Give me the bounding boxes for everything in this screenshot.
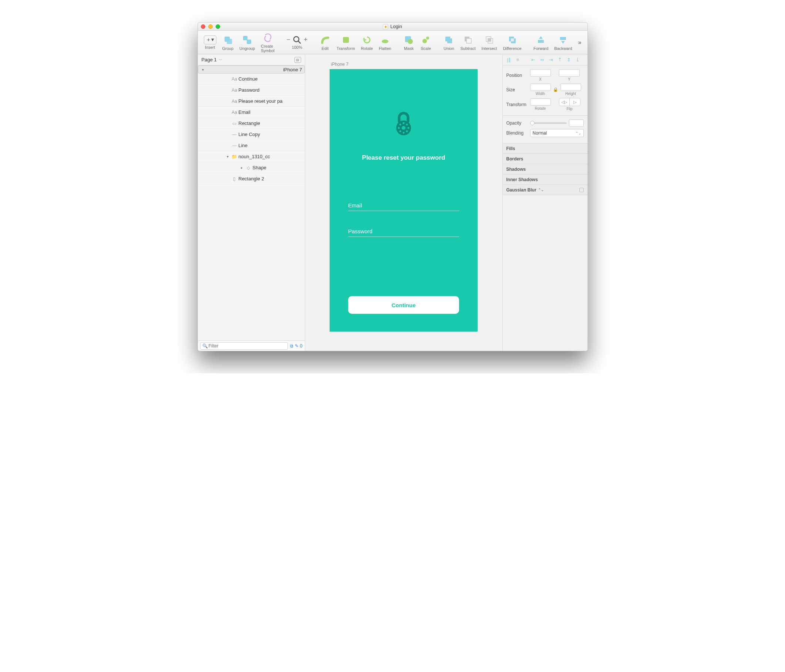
layer-label: Rectangle 2	[239, 176, 264, 181]
disclosure-icon[interactable]: ▾	[200, 68, 206, 72]
continue-button: Continue	[348, 296, 459, 314]
create-symbol-button[interactable]: Create Symbol	[259, 32, 277, 53]
artboard-title[interactable]: iPhone 7	[331, 62, 488, 67]
scale-button[interactable]: Scale	[418, 34, 433, 51]
blending-select[interactable]: Normal⌃⌄	[530, 129, 584, 137]
zoom-control[interactable]: − + 100%	[284, 36, 310, 50]
disclosure-icon[interactable]: ▾	[225, 154, 230, 159]
subtract-button[interactable]: Subtract	[458, 34, 478, 51]
width-label: Width	[530, 92, 551, 96]
svg-point-25	[403, 122, 405, 124]
forward-button[interactable]: Forward	[531, 34, 550, 51]
inspector-panel: |‖ ≡ ⇤ ⇔ ⇥ ⤒ ⇕ ⤓ Position X Y Size	[502, 55, 588, 351]
flatten-button[interactable]: Flatten	[377, 34, 394, 51]
toolbar-label: Insert	[205, 45, 215, 50]
toolbar-overflow-button[interactable]: »	[576, 39, 584, 46]
svg-rect-22	[560, 37, 566, 40]
lock-icon	[330, 112, 478, 136]
pages-selector[interactable]: Page 1 ﹀ ▤	[198, 55, 305, 65]
svg-point-30	[406, 124, 408, 126]
opacity-input[interactable]	[569, 119, 584, 127]
zoom-in-icon[interactable]: +	[304, 36, 308, 44]
toolbar-label: Transform	[337, 46, 355, 51]
canvas[interactable]: iPhone 7 Please reset your password Emai…	[305, 55, 502, 351]
rotate-input[interactable]	[530, 98, 551, 106]
filter-input[interactable]	[200, 342, 288, 350]
flip-buttons[interactable]: ◁▷▷	[559, 98, 580, 106]
svg-point-31	[400, 131, 401, 133]
rotate-label: Rotate	[530, 106, 551, 111]
layer-row[interactable]: AaEmail	[198, 107, 305, 118]
height-input[interactable]	[560, 84, 581, 91]
align-vcenter-icon[interactable]: ⇕	[566, 56, 572, 63]
layer-row[interactable]: AaPassword	[198, 85, 305, 96]
layer-row[interactable]: —Line	[198, 140, 305, 151]
align-right-icon[interactable]: ⇥	[548, 56, 555, 63]
opacity-slider[interactable]	[530, 122, 567, 124]
shape-layer-icon: ▭	[230, 121, 239, 126]
layer-row[interactable]: —Line Copy	[198, 129, 305, 140]
geometry-section: Position X Y Size Width 🔒 Height Transfo…	[503, 65, 588, 116]
filter-badges[interactable]: ⧉ ✎ 0	[290, 343, 303, 349]
text-layer-icon: Aa	[230, 87, 239, 93]
edit-button[interactable]: Edit	[317, 34, 333, 51]
layer-row[interactable]: ▯Rectangle 2	[198, 173, 305, 184]
zoom-out-icon[interactable]: −	[286, 36, 291, 44]
align-center-h-icon[interactable]: ≡	[514, 56, 521, 63]
position-y-input[interactable]	[559, 69, 580, 76]
mask-button[interactable]: Mask	[401, 34, 416, 51]
intersect-button[interactable]: Intersect	[479, 34, 499, 51]
svg-point-32	[406, 131, 408, 133]
rotate-button[interactable]: Rotate	[359, 34, 375, 51]
toolbar-label: Ungroup	[239, 46, 255, 51]
flip-h-icon[interactable]: ◁▷	[559, 98, 570, 106]
layer-row[interactable]: ▸◇Shape	[198, 162, 305, 173]
section-checkbox[interactable]	[579, 188, 584, 192]
inspector-section-fills[interactable]: Fills	[503, 143, 588, 154]
group-button[interactable]: Group	[220, 34, 236, 51]
ungroup-button[interactable]: Ungroup	[237, 34, 257, 51]
layer-row[interactable]: ▾📁noun_1310_cc	[198, 151, 305, 162]
size-label: Size	[507, 87, 528, 92]
inspector-section-shadows[interactable]: Shadows	[503, 164, 588, 175]
align-hcenter-icon[interactable]: ⇔	[539, 56, 546, 63]
svg-rect-21	[538, 40, 544, 43]
toolbar-label: Forward	[533, 46, 548, 51]
password-field-label: Password	[348, 228, 459, 237]
transform-button[interactable]: Transform	[335, 34, 357, 51]
layer-row[interactable]: ▭Rectangle	[198, 118, 305, 129]
artboard-list-button[interactable]: ▤	[294, 57, 301, 63]
union-button[interactable]: Union	[441, 34, 457, 51]
layer-row[interactable]: AaContinue	[198, 73, 305, 85]
layer-row[interactable]: AaPlease reset your pa	[198, 96, 305, 107]
width-input[interactable]	[530, 84, 551, 91]
toolbar-label: Edit	[322, 46, 328, 51]
inspector-section-gaussian-blur[interactable]: Gaussian Blur⌃⌄	[503, 185, 588, 195]
align-top-icon[interactable]: ⤒	[557, 56, 563, 63]
lock-aspect-icon[interactable]: 🔒	[553, 87, 558, 92]
layer-label: Please reset your pa	[239, 98, 283, 104]
layer-label: noun_1310_cc	[239, 154, 270, 159]
inspector-section-inner-shadows[interactable]: Inner Shadows	[503, 175, 588, 185]
toolbar-label: Scale	[421, 46, 431, 51]
layer-row[interactable]: ▾iPhone 7	[198, 65, 305, 73]
backward-button[interactable]: Backward	[552, 34, 574, 51]
align-left-icon[interactable]: |‖	[506, 56, 512, 63]
window-title: ◆ Login	[198, 23, 588, 29]
align-left2-icon[interactable]: ⇤	[530, 56, 537, 63]
current-page-label: Page 1	[202, 57, 217, 62]
inspector-section-borders[interactable]: Borders	[503, 154, 588, 164]
svg-point-10	[422, 39, 427, 43]
position-x-input[interactable]	[530, 69, 551, 76]
disclosure-icon[interactable]: ▸	[239, 165, 244, 170]
svg-rect-13	[447, 39, 452, 43]
section-title: Borders	[507, 156, 524, 162]
insert-button[interactable]: ＋▾ Insert	[202, 36, 219, 50]
svg-point-11	[426, 37, 429, 39]
artboard-iphone7[interactable]: Please reset your password Email Passwor…	[330, 69, 478, 332]
flip-v-icon[interactable]: ▷	[570, 98, 580, 106]
filter-bar: 🔍 ⧉ ✎ 0	[198, 340, 305, 351]
difference-button[interactable]: Difference	[501, 34, 524, 51]
svg-rect-20	[511, 39, 514, 41]
align-bottom-icon[interactable]: ⤓	[574, 56, 581, 63]
